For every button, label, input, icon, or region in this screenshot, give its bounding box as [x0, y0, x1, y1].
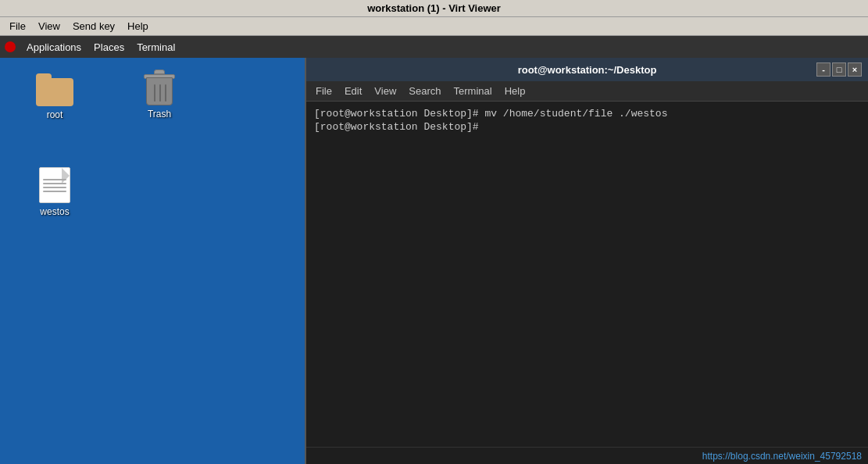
desktop-icon-trash[interactable]: Trash: [128, 70, 191, 120]
terminal-menu-edit[interactable]: Edit: [338, 85, 368, 97]
terminal-menu-bar: File Edit View Search Terminal Help: [306, 81, 868, 102]
terminal-menu-help[interactable]: Help: [498, 85, 532, 97]
trash-icon: [144, 70, 175, 105]
virt-viewer-menu-bar: File View Send key Help: [0, 17, 868, 36]
footer-link[interactable]: https://blog.csdn.net/weixin_45792518: [702, 451, 862, 462]
desktop: root Trash: [0, 58, 305, 464]
gnome-applications[interactable]: Applications: [20, 36, 88, 58]
terminal-title-bar: root@workstation:~/Desktop - □ ×: [306, 58, 868, 81]
terminal-menu-file[interactable]: File: [309, 85, 338, 97]
file-icon-westos: [39, 167, 70, 203]
terminal-menu-view[interactable]: View: [368, 85, 402, 97]
terminal-window-buttons: - □ ×: [815, 62, 862, 77]
menu-item-view[interactable]: View: [32, 17, 66, 35]
gnome-places[interactable]: Places: [88, 36, 130, 58]
terminal-footer: https://blog.csdn.net/weixin_45792518: [306, 447, 868, 464]
virt-viewer-title: workstation (1) - Virt Viewer: [367, 2, 501, 14]
desktop-icon-westos[interactable]: westos: [23, 167, 86, 217]
desktop-icon-westos-label: westos: [40, 206, 69, 217]
menu-item-file[interactable]: File: [3, 17, 32, 35]
desktop-icon-root[interactable]: root: [23, 73, 86, 120]
desktop-icon-trash-label: Trash: [148, 109, 171, 120]
terminal-body[interactable]: [root@workstation Desktop]# mv /home/stu…: [306, 102, 868, 447]
terminal-line-2: [root@workstation Desktop]#: [314, 121, 860, 133]
terminal-menu-terminal[interactable]: Terminal: [448, 85, 498, 97]
desktop-icon-root-label: root: [47, 109, 63, 120]
gnome-top-bar: Applications Places Terminal: [0, 36, 868, 58]
terminal-minimize-button[interactable]: -: [816, 62, 830, 77]
virt-viewer-title-bar: workstation (1) - Virt Viewer: [0, 0, 868, 17]
terminal-line-1: [root@workstation Desktop]# mv /home/stu…: [314, 108, 860, 120]
folder-icon-root: [36, 73, 73, 106]
menu-item-sendkey[interactable]: Send key: [66, 17, 121, 35]
gnome-logo: [5, 41, 16, 52]
terminal-window: root@workstation:~/Desktop - □ × File Ed…: [305, 58, 868, 464]
terminal-title: root@workstation:~/Desktop: [359, 64, 815, 76]
terminal-close-button[interactable]: ×: [848, 62, 862, 77]
main-area: root Trash: [0, 58, 868, 464]
terminal-maximize-button[interactable]: □: [832, 62, 846, 77]
gnome-terminal[interactable]: Terminal: [130, 36, 181, 58]
terminal-menu-search[interactable]: Search: [402, 85, 447, 97]
menu-item-help[interactable]: Help: [121, 17, 155, 35]
